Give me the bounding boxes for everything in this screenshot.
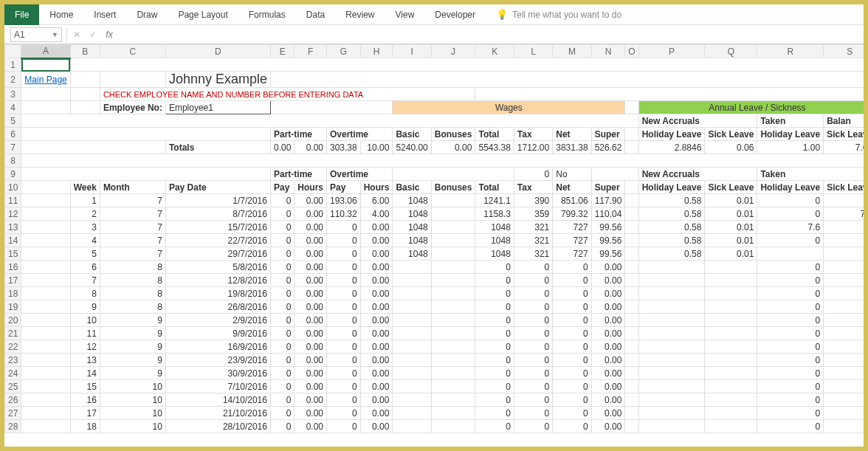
cell[interactable]: 15/7/2016 <box>165 221 270 234</box>
cell[interactable]: 18 <box>70 420 100 433</box>
row-1[interactable]: 1 <box>5 58 864 72</box>
cell[interactable]: 0 <box>514 314 552 327</box>
cell[interactable]: 0 <box>514 393 552 407</box>
cell[interactable]: 0 <box>327 221 361 234</box>
cell[interactable]: 0 <box>270 314 294 327</box>
cell[interactable]: 0 <box>824 327 864 340</box>
cell[interactable]: 7 <box>100 247 165 261</box>
cell[interactable]: 0.00 <box>294 287 327 300</box>
cell[interactable]: 0.00 <box>591 367 625 380</box>
worksheet-grid[interactable]: A B C D E F G H I J K L M N O P Q R S 1 <box>4 44 864 447</box>
row-8[interactable]: 8 <box>5 154 864 168</box>
cell[interactable]: 0 <box>824 420 864 433</box>
cell[interactable]: 0 <box>824 287 864 300</box>
tab-page-layout[interactable]: Page Layout <box>168 5 238 24</box>
cell[interactable]: 1712.00 <box>514 141 552 154</box>
cell[interactable]: 0 <box>824 194 864 207</box>
cell[interactable] <box>705 274 757 287</box>
cell[interactable]: 110.04 <box>591 207 625 221</box>
cell[interactable] <box>431 314 475 327</box>
table-row[interactable]: 211199/9/201600.0000.000000.0000 <box>5 327 864 340</box>
cell[interactable] <box>393 287 431 300</box>
table-row[interactable]: 16685/8/201600.0000.000000.0000 <box>5 261 864 274</box>
cell[interactable]: 0 <box>553 420 591 433</box>
table-row[interactable]: 28181028/10/201600.0000.000000.0000 <box>5 420 864 433</box>
cell[interactable]: 0 <box>270 194 294 207</box>
row-4[interactable]: 4 Employee No: Employee1 Wages Annual Le… <box>5 101 864 114</box>
cell[interactable]: 0 <box>824 380 864 393</box>
cell[interactable]: 2 <box>70 207 100 221</box>
cell[interactable]: 0.58 <box>638 234 705 247</box>
col-header-N[interactable]: N <box>591 45 625 58</box>
row-header[interactable]: 20 <box>5 314 21 327</box>
cell[interactable] <box>393 314 431 327</box>
cell[interactable]: 0 <box>757 354 824 367</box>
cell[interactable]: 10.00 <box>360 141 393 154</box>
cell[interactable] <box>705 340 757 354</box>
row-9[interactable]: 9 Part-time Overtime 0 No New Accruals T… <box>5 168 864 181</box>
cell[interactable]: 7/10/2016 <box>165 380 270 393</box>
cell[interactable]: 1048 <box>475 247 514 261</box>
cell[interactable]: 6 <box>70 261 100 274</box>
cell[interactable]: 0.58 <box>638 221 705 234</box>
cell[interactable]: 0.00 <box>360 274 393 287</box>
cell[interactable]: 0.01 <box>705 247 757 261</box>
tab-developer[interactable]: Developer <box>424 5 486 24</box>
cell[interactable]: 0 <box>475 367 514 380</box>
cell[interactable] <box>705 261 757 274</box>
cell[interactable]: 193.06 <box>327 194 361 207</box>
cell[interactable]: 0.00 <box>360 300 393 314</box>
col-header-C[interactable]: C <box>100 45 165 58</box>
cell[interactable]: 7 <box>100 207 165 221</box>
cell[interactable]: 0.00 <box>591 327 625 340</box>
row-header[interactable]: 25 <box>5 380 21 393</box>
cell[interactable] <box>431 194 475 207</box>
cell[interactable]: 0 <box>757 314 824 327</box>
col-header-M[interactable]: M <box>553 45 591 58</box>
row-header[interactable]: 17 <box>5 274 21 287</box>
cell[interactable] <box>638 314 705 327</box>
cell[interactable]: 0 <box>270 287 294 300</box>
file-tab[interactable]: File <box>4 4 39 25</box>
cell[interactable] <box>705 367 757 380</box>
cell[interactable] <box>393 274 431 287</box>
cell[interactable]: 4.00 <box>360 207 393 221</box>
row-header[interactable]: 10 <box>5 181 21 194</box>
cell[interactable]: 0.00 <box>360 287 393 300</box>
table-row[interactable]: 2313923/9/201600.0000.000000.0000 <box>5 354 864 367</box>
cell[interactable]: 0 <box>514 407 552 420</box>
cell[interactable]: 0.00 <box>294 367 327 380</box>
cell[interactable]: 0 <box>270 274 294 287</box>
cell[interactable]: 0.00 <box>294 407 327 420</box>
cell[interactable] <box>705 354 757 367</box>
cell[interactable]: 799.32 <box>553 207 591 221</box>
cell[interactable]: 1048 <box>393 194 431 207</box>
row-header[interactable]: 26 <box>5 393 21 407</box>
cell[interactable]: 321 <box>514 247 552 261</box>
cell[interactable]: 0 <box>327 247 361 261</box>
cell[interactable]: 0 <box>270 407 294 420</box>
cell[interactable]: 0.00 <box>294 221 327 234</box>
cell[interactable]: 0.00 <box>591 314 625 327</box>
cell[interactable]: 0 <box>327 287 361 300</box>
cell[interactable]: 0 <box>553 354 591 367</box>
cell[interactable]: 0 <box>757 300 824 314</box>
cell[interactable] <box>393 407 431 420</box>
cell[interactable]: 0.00 <box>360 261 393 274</box>
cell[interactable]: 9/9/2016 <box>165 327 270 340</box>
cell[interactable]: 851.06 <box>553 194 591 207</box>
cell[interactable]: 0 <box>475 287 514 300</box>
cell[interactable]: 0 <box>270 340 294 354</box>
cell[interactable] <box>705 407 757 420</box>
cell[interactable]: 99.56 <box>591 247 625 261</box>
cell[interactable] <box>431 247 475 261</box>
cell[interactable]: 0.00 <box>591 287 625 300</box>
cell[interactable]: 0 <box>824 407 864 420</box>
cell[interactable] <box>638 287 705 300</box>
cell[interactable] <box>431 420 475 433</box>
cell[interactable]: 0 <box>270 367 294 380</box>
cell[interactable]: 8 <box>100 261 165 274</box>
cell[interactable]: No <box>553 168 591 181</box>
cell[interactable]: 0.00 <box>294 274 327 287</box>
cell[interactable]: 9 <box>100 314 165 327</box>
